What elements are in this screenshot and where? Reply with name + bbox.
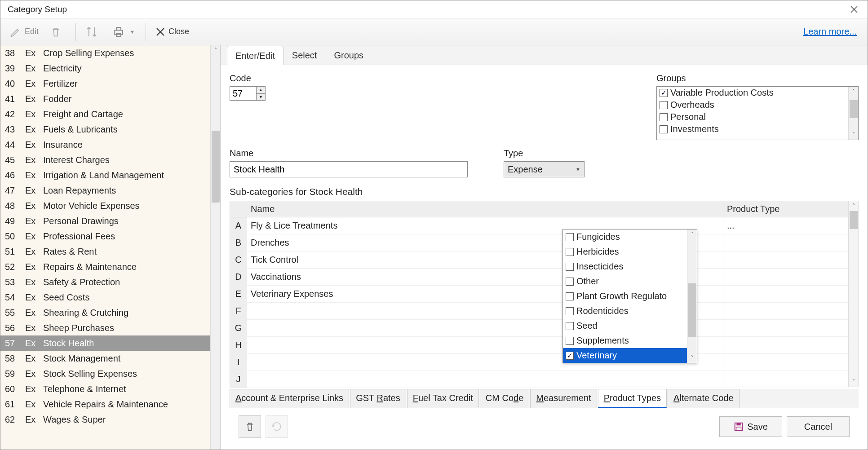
name-header[interactable]: Name <box>247 201 723 217</box>
sidebar-item-43[interactable]: 43ExFuels & Lubricants <box>0 122 220 137</box>
scroll-thumb[interactable] <box>850 100 858 118</box>
bottom-tab[interactable]: Measurement <box>530 389 597 408</box>
sidebar-item-58[interactable]: 58ExStock Management <box>0 351 220 366</box>
scroll-up-icon[interactable]: ˄ <box>849 201 858 211</box>
checkbox-icon[interactable] <box>566 322 574 330</box>
checkbox-icon[interactable] <box>566 248 574 256</box>
bottom-tab[interactable]: Product Types <box>598 389 667 408</box>
subcat-producttype-cell[interactable] <box>723 251 858 269</box>
product-type-popup[interactable]: FungicidesHerbicidesInsecticidesOtherPla… <box>562 229 697 363</box>
sidebar-item-61[interactable]: 61ExVehicle Repairs & Maintenance <box>0 397 220 412</box>
sidebar-item-49[interactable]: 49ExPersonal Drawings <box>0 213 220 229</box>
product-type-option[interactable]: Insecticides <box>563 259 697 274</box>
subcat-producttype-cell[interactable] <box>723 354 858 371</box>
sidebar-item-60[interactable]: 60ExTelephone & Internet <box>0 381 220 397</box>
product-type-header[interactable]: Product Type <box>723 201 858 217</box>
bottom-tab[interactable]: Fuel Tax Credit <box>407 389 479 408</box>
cancel-button[interactable]: Cancel <box>787 416 850 437</box>
sidebar-item-48[interactable]: 48ExMotor Vehicle Expenses <box>0 198 220 213</box>
scroll-down-icon[interactable]: ˅ <box>849 130 858 140</box>
checkbox-icon[interactable] <box>566 263 574 271</box>
product-type-option[interactable]: Plant Growth Regulato <box>563 289 697 304</box>
sidebar-item-53[interactable]: 53ExSafety & Protection <box>0 274 220 290</box>
sidebar-item-41[interactable]: 41ExFodder <box>0 91 220 106</box>
sidebar-item-39[interactable]: 39ExElectricity <box>0 61 220 76</box>
checkbox-icon[interactable] <box>566 352 574 360</box>
product-type-option[interactable]: Fungicides <box>563 229 697 244</box>
sidebar-item-50[interactable]: 50ExProfessional Fees <box>0 229 220 244</box>
code-input[interactable] <box>230 86 257 101</box>
subcat-producttype-cell[interactable] <box>723 286 858 303</box>
checkbox-icon[interactable] <box>660 125 668 133</box>
spinner-down-icon[interactable]: ▼ <box>257 94 265 101</box>
product-type-option[interactable]: Seed <box>563 318 697 333</box>
sidebar-item-45[interactable]: 45ExInterest Charges <box>0 152 220 168</box>
checkbox-icon[interactable] <box>566 278 574 286</box>
checkbox-icon[interactable] <box>566 307 574 315</box>
scroll-thumb[interactable] <box>212 131 220 203</box>
sidebar-item-54[interactable]: 54ExSeed Costs <box>0 290 220 305</box>
name-input[interactable] <box>230 161 468 177</box>
sidebar-item-56[interactable]: 56ExSheep Purchases <box>0 320 220 335</box>
reorder-button[interactable] <box>80 22 106 41</box>
edit-button[interactable]: Edit <box>5 23 43 41</box>
sidebar-item-40[interactable]: 40ExFertilizer <box>0 76 220 91</box>
subcat-producttype-cell[interactable] <box>723 269 858 286</box>
product-type-option[interactable]: Other <box>563 274 697 289</box>
scroll-down-icon[interactable]: ˅ <box>687 353 697 363</box>
scroll-thumb[interactable] <box>688 283 696 337</box>
product-type-option[interactable]: Supplements <box>563 333 697 348</box>
sidebar-item-52[interactable]: 52ExRepairs & Maintenance <box>0 259 220 274</box>
sidebar-scrollbar[interactable]: ˄ <box>210 45 220 450</box>
subcat-producttype-cell[interactable] <box>723 371 858 388</box>
bottom-tab[interactable]: CM Code <box>480 389 529 408</box>
checkbox-icon[interactable] <box>660 113 668 121</box>
save-button[interactable]: Save <box>719 416 782 437</box>
scroll-up-icon[interactable]: ˄ <box>849 87 858 97</box>
category-list[interactable]: 38ExCrop Selling Expenses39ExElectricity… <box>0 45 220 450</box>
checkbox-icon[interactable] <box>660 89 668 97</box>
subgrid-scrollbar[interactable]: ˄ ˅ <box>848 201 858 387</box>
scroll-up-icon[interactable]: ˄ <box>687 229 697 239</box>
tab-select[interactable]: Select <box>283 45 326 65</box>
sidebar-item-51[interactable]: 51ExRates & Rent <box>0 244 220 259</box>
window-close-button[interactable] <box>845 0 863 18</box>
subcat-producttype-cell[interactable] <box>723 320 858 337</box>
product-type-option[interactable]: Herbicides <box>563 244 697 259</box>
groups-scrollbar[interactable]: ˄ ˅ <box>848 87 858 140</box>
tab-enter-edit[interactable]: Enter/Edit <box>227 46 283 65</box>
delete-subcategory-button[interactable] <box>239 415 261 438</box>
print-button[interactable]: ▼ <box>107 22 139 41</box>
code-spinner[interactable]: ▲ ▼ <box>257 86 266 101</box>
checkbox-icon[interactable] <box>566 292 574 300</box>
bottom-tab[interactable]: Account & Enterprise Links <box>230 389 349 408</box>
scroll-thumb[interactable] <box>850 211 858 229</box>
group-option[interactable]: Personal <box>657 111 858 123</box>
popup-scrollbar[interactable]: ˄ ˅ <box>687 229 697 363</box>
sidebar-item-59[interactable]: 59ExStock Selling Expenses <box>0 366 220 381</box>
groups-listbox[interactable]: Variable Production CostsOverheadsPerson… <box>656 86 859 140</box>
group-option[interactable]: Overheads <box>657 99 858 111</box>
sidebar-item-55[interactable]: 55ExShearing & Crutching <box>0 305 220 320</box>
checkbox-icon[interactable] <box>660 101 668 109</box>
tab-groups[interactable]: Groups <box>325 45 372 65</box>
type-select[interactable]: Expense ▼ <box>504 161 585 177</box>
subcategory-grid[interactable]: NameProduct TypeAFly & Lice Treatments..… <box>230 201 858 388</box>
sidebar-item-46[interactable]: 46ExIrrigation & Land Management <box>0 168 220 183</box>
bottom-tab[interactable]: GST Rates <box>350 389 406 408</box>
subcat-producttype-cell[interactable]: ... <box>723 217 858 234</box>
bottom-tab[interactable]: Alternate Code <box>668 389 739 408</box>
scroll-down-icon[interactable]: ˅ <box>849 377 858 387</box>
product-type-option[interactable]: Veterinary <box>563 348 697 363</box>
sidebar-item-62[interactable]: 62ExWages & Super <box>0 412 220 427</box>
group-option[interactable]: Investments <box>657 123 858 135</box>
close-button[interactable]: Close <box>151 24 194 40</box>
subcat-producttype-cell[interactable] <box>723 337 858 354</box>
checkbox-icon[interactable] <box>566 233 574 241</box>
scroll-up-icon[interactable]: ˄ <box>211 45 220 55</box>
sidebar-item-57[interactable]: 57ExStock Health <box>0 335 220 351</box>
checkbox-icon[interactable] <box>566 337 574 345</box>
subcat-producttype-cell[interactable] <box>723 303 858 320</box>
subcat-name-cell[interactable] <box>247 371 723 388</box>
sidebar-item-47[interactable]: 47ExLoan Repayments <box>0 183 220 198</box>
